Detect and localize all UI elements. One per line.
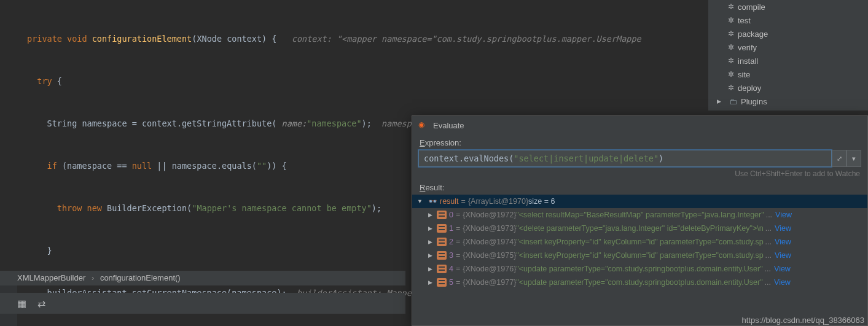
value-string: "<insert keyProperty="id" keyColumn="id"… xyxy=(516,251,763,260)
tree-label: compile xyxy=(738,2,765,12)
gear-icon: ✲ xyxy=(728,29,734,38)
inline-hint: context: "<mapper namespace="com.study.s… xyxy=(292,34,641,44)
node-icon xyxy=(437,238,447,246)
chevron-right-icon[interactable]: ▶ xyxy=(428,252,437,258)
result-root[interactable]: ▼ 👓 result = {ArrayList@1970} size = 6 xyxy=(412,195,867,208)
view-link[interactable]: View xyxy=(775,251,791,260)
expression-label: EExpression:xpression: xyxy=(412,134,867,150)
value-string: "<update parameterType="com.study.spring… xyxy=(516,278,762,287)
view-link[interactable]: View xyxy=(775,211,792,219)
table-icon[interactable]: ▦ xyxy=(17,298,26,309)
index: 1 xyxy=(449,224,453,233)
view-link[interactable]: View xyxy=(775,224,791,233)
shortcut-hint: Use Ctrl+Shift+Enter to add to Watche xyxy=(412,167,867,179)
obj-ref: {XNode@1976} xyxy=(463,265,516,273)
chevron-right-icon: ▶ xyxy=(717,98,725,104)
result-item[interactable]: ▶3 = {XNode@1975} "<insert keyProperty="… xyxy=(412,249,867,262)
maven-goal-compile[interactable]: ✲compile xyxy=(708,0,868,14)
maven-goal-package[interactable]: ✲package xyxy=(708,27,868,41)
chevron-right-icon[interactable]: ▶ xyxy=(428,279,437,285)
result-item[interactable]: ▶4 = {XNode@1976} "<update parameterType… xyxy=(412,262,867,276)
keyword: null xyxy=(132,161,152,171)
result-item[interactable]: ▶5 = {XNode@1977} "<update parameterType… xyxy=(412,276,867,289)
view-link[interactable]: View xyxy=(774,278,791,287)
obj-ref: {XNode@1974} xyxy=(463,238,516,246)
maven-goal-deploy[interactable]: ✲deploy xyxy=(708,81,868,95)
ellipsis: ... xyxy=(765,265,771,273)
index: 2 xyxy=(449,238,453,246)
obj-ref: {XNode@1972} xyxy=(463,211,516,219)
code-text: BuilderException( xyxy=(102,203,192,213)
string-literal: "" xyxy=(257,161,267,171)
intellij-icon: ◉ xyxy=(418,120,428,130)
obj-ref: {ArrayList@1970} xyxy=(468,197,528,206)
breadcrumb[interactable]: XMLMapperBuilder › configurationElement(… xyxy=(0,271,405,285)
expr-code: context.evalNodes( xyxy=(424,153,514,163)
breadcrumb-method[interactable]: configurationElement() xyxy=(100,273,181,282)
equals: = xyxy=(461,197,466,206)
result-item[interactable]: ▶2 = {XNode@1974} "<insert keyProperty="… xyxy=(412,235,867,249)
breadcrumb-class[interactable]: XMLMapperBuilder xyxy=(17,273,85,282)
code-text: (namespace == xyxy=(57,161,132,171)
result-item[interactable]: ▶1 = {XNode@1973} "<delete parameterType… xyxy=(412,222,867,235)
dialog-title-bar[interactable]: ◉ Evaluate xyxy=(412,116,867,134)
value-string: "<select resultMap="BaseResultMap" param… xyxy=(516,211,764,219)
dialog-title: Evaluate xyxy=(433,121,464,130)
chevron-down-icon[interactable]: ▼ xyxy=(417,198,426,204)
size-info: size = 6 xyxy=(528,197,555,206)
maven-tool-window[interactable]: ✲compile ✲test ✲package ✲verify ✲install… xyxy=(708,0,868,111)
expression-input[interactable]: context.evalNodes("select|insert|update|… xyxy=(418,150,832,167)
index: 0 xyxy=(449,211,453,219)
gear-icon: ✲ xyxy=(728,43,734,52)
equals: = xyxy=(456,238,460,246)
node-icon xyxy=(437,211,447,219)
result-tree[interactable]: ▼ 👓 result = {ArrayList@1970} size = 6 ▶… xyxy=(412,195,867,305)
gear-icon: ✲ xyxy=(728,83,734,92)
expand-button[interactable]: ⤢ xyxy=(832,150,846,167)
tree-label: install xyxy=(738,56,758,66)
string-literal: "namespace" xyxy=(307,118,361,128)
gear-icon: ✲ xyxy=(728,70,734,79)
equals: = xyxy=(456,251,460,260)
param-hint: name: xyxy=(276,118,307,128)
evaluate-dialog[interactable]: ◉ Evaluate EExpression:xpression: contex… xyxy=(412,115,868,326)
chevron-right-icon[interactable]: ▶ xyxy=(428,212,437,218)
ellipsis: ... xyxy=(765,278,771,287)
tree-label: verify xyxy=(738,43,757,52)
chevron-right-icon[interactable]: ▶ xyxy=(428,225,437,231)
chevron-right-icon[interactable]: ▶ xyxy=(428,266,437,272)
history-dropdown[interactable]: ▾ xyxy=(846,150,861,167)
var-name: result xyxy=(440,197,459,206)
view-link[interactable]: View xyxy=(774,265,791,273)
tree-label: deploy xyxy=(738,83,761,93)
flow-icon[interactable]: ⇄ xyxy=(37,298,45,309)
chevron-right-icon[interactable]: ▶ xyxy=(428,239,437,245)
debug-toolbar: ▦ ⇄ xyxy=(0,293,405,314)
gear-icon: ✲ xyxy=(728,16,734,25)
watermark: https://blog.csdn.net/qq_38366063 xyxy=(742,316,865,325)
result-item[interactable]: ▶0 = {XNode@1972} "<select resultMap="Ba… xyxy=(412,208,867,222)
brace: { xyxy=(52,76,62,86)
code-text: ); xyxy=(372,203,381,213)
node-icon xyxy=(437,278,447,287)
tree-label: site xyxy=(738,70,750,79)
gear-icon: ✲ xyxy=(728,2,734,11)
maven-goal-site[interactable]: ✲site xyxy=(708,68,868,81)
index: 5 xyxy=(449,278,453,287)
maven-goal-verify[interactable]: ✲verify xyxy=(708,41,868,54)
maven-goal-test[interactable]: ✲test xyxy=(708,14,868,27)
result-label: Result: xyxy=(412,179,867,195)
equals: = xyxy=(456,265,460,273)
code-text: || namespace.equals( xyxy=(152,161,257,171)
view-link[interactable]: View xyxy=(775,238,791,246)
tree-label: Plugins xyxy=(741,97,767,106)
maven-plugins-node[interactable]: ▶🗀Plugins xyxy=(708,95,868,108)
ellipsis: ... xyxy=(766,211,772,219)
code-text: )) { xyxy=(267,161,287,171)
keyword: throw new xyxy=(57,203,102,213)
maven-goal-install[interactable]: ✲install xyxy=(708,54,868,68)
code-text: ); xyxy=(362,118,372,128)
keyword: try xyxy=(37,76,52,86)
ellipsis: ... xyxy=(765,238,772,246)
index: 4 xyxy=(449,265,453,273)
